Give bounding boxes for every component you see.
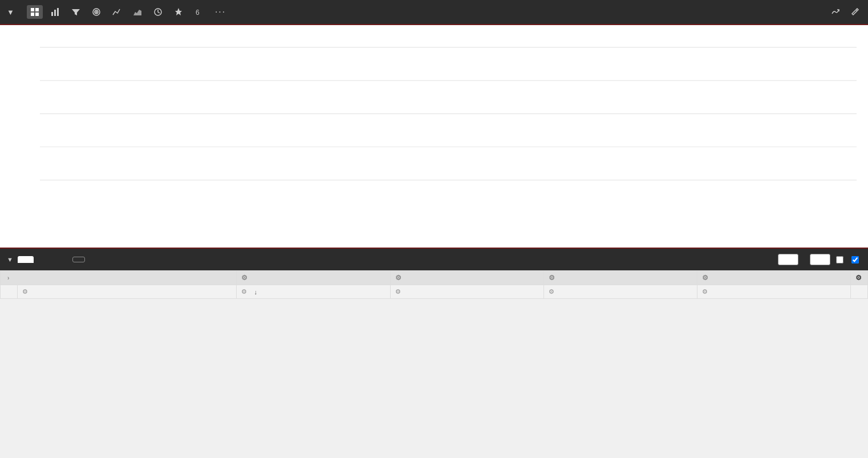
winter-metric-gear-icon[interactable]: ⚙ [702, 288, 708, 295]
dropdown-arrow-icon-2: ▼ [7, 256, 13, 263]
pivot-header-row: › ⚙ ⚙ [1, 271, 868, 285]
bar-chart-button[interactable] [47, 5, 63, 19]
fall-metric-gear-icon[interactable]: ⚙ [241, 288, 247, 295]
last-gear-icon[interactable]: ⚙ [855, 274, 862, 282]
winter-gear-icon[interactable]: ⚙ [702, 274, 708, 282]
data-table-wrap: › ⚙ ⚙ [0, 270, 868, 299]
spring-collection-header: ⚙ [390, 271, 543, 285]
area-chart-button[interactable] [129, 5, 145, 19]
line-chart-button[interactable] [109, 5, 125, 19]
sort-arrow-icon[interactable]: ↓ [254, 289, 257, 295]
forecast-button[interactable] [832, 8, 842, 16]
svg-rect-0 [31, 8, 34, 11]
winter-metric-header: ⚙ [697, 285, 850, 299]
svg-marker-10 [133, 10, 141, 15]
chart-area: 0 1,000 2,000 [0, 25, 868, 248]
row-totals-checkbox[interactable] [851, 256, 859, 264]
fall-collection-header: ⚙ [237, 271, 390, 285]
summer-gear-icon[interactable]: ⚙ [549, 274, 555, 282]
filter-button[interactable] [68, 5, 84, 19]
dropdown-arrow-icon: ▼ [7, 8, 14, 17]
svg-rect-6 [57, 8, 59, 16]
tab-results[interactable] [36, 256, 52, 263]
row-totals-checkbox-label[interactable] [851, 256, 861, 264]
tab-controls-right [772, 254, 861, 265]
pin-button[interactable] [171, 5, 186, 19]
totals-checkbox-label[interactable] [836, 256, 846, 264]
tab-sql[interactable] [54, 256, 70, 263]
summer-collection-header: ⚙ [543, 271, 697, 285]
svg-rect-5 [54, 10, 56, 16]
chevron-right-icon: › [7, 275, 9, 281]
spring-metric-gear-icon[interactable]: ⚙ [395, 288, 401, 295]
toolbar-right [832, 8, 861, 16]
svg-rect-4 [51, 12, 53, 16]
spring-metric-header: ⚙ [390, 285, 543, 299]
category-header: ⚙ [18, 285, 237, 299]
summer-metric-gear-icon[interactable]: ⚙ [549, 288, 554, 295]
data-table: › ⚙ ⚙ [0, 270, 868, 299]
row-limit-input[interactable] [778, 254, 798, 265]
last-gear-header[interactable]: ⚙ [851, 271, 868, 285]
svg-text:6: 6 [196, 9, 200, 17]
number-button[interactable]: 6 [191, 5, 207, 19]
data-tabs-bar: ▼ [0, 249, 868, 270]
row-num-header [1, 285, 18, 299]
target-button[interactable] [88, 5, 104, 19]
main-toolbar: ▼ 6 ··· [0, 0, 868, 25]
svg-rect-3 [35, 13, 39, 16]
edit-button[interactable] [851, 8, 861, 16]
svg-rect-1 [35, 8, 39, 11]
col-limit-input[interactable] [810, 254, 830, 265]
fall-metric-header: ⚙ ↓ [237, 285, 390, 299]
pivot-main-header: › [1, 271, 237, 285]
sub-header-row: ⚙ ⚙ ↓ ⚙ [1, 285, 868, 299]
tab-data[interactable] [18, 256, 34, 263]
more-button[interactable]: ··· [212, 5, 229, 19]
totals-checkbox[interactable] [836, 256, 843, 264]
toolbar-title: ▼ [7, 8, 18, 17]
data-panel: ▼ [0, 248, 868, 299]
clock-button[interactable] [150, 5, 166, 19]
add-calculation-button[interactable] [72, 257, 85, 262]
grid-view-button[interactable] [27, 5, 43, 19]
summer-metric-header: ⚙ [543, 285, 697, 299]
chart-inner: 0 1,000 2,000 [40, 31, 857, 225]
svg-point-9 [96, 11, 97, 13]
winter-collection-header: ⚙ [697, 271, 850, 285]
empty-corner [851, 285, 868, 299]
fall-gear-icon[interactable]: ⚙ [241, 274, 248, 282]
spring-gear-icon[interactable]: ⚙ [395, 274, 401, 282]
category-gear-icon[interactable]: ⚙ [22, 288, 28, 295]
svg-rect-2 [31, 13, 34, 16]
